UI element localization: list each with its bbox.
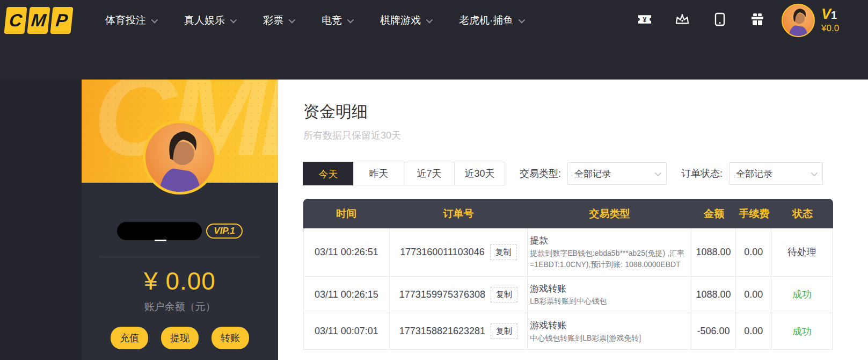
tab-last-7-days[interactable]: 近7天 — [404, 162, 455, 185]
type-title: 提款 — [530, 234, 548, 248]
header-balance: ¥0.0 — [821, 24, 839, 34]
cell-order-id: 1773158821623281 复制 — [390, 313, 528, 349]
type-title: 游戏转账 — [530, 282, 566, 296]
header-quick-icons: ¥ — [638, 12, 764, 27]
selected-value: 全部记录 — [736, 168, 772, 180]
nav-item-sports[interactable]: 体育投注 — [105, 13, 156, 27]
cell-amount: 1088.00 — [691, 228, 736, 276]
account-balance: ¥ 0.00 — [82, 267, 278, 296]
table-row: 03/11 00:26:15 1773159975376308 复制 游戏转账 … — [303, 277, 833, 313]
cell-fee: 0.00 — [736, 228, 771, 276]
nav-label: 体育投注 — [105, 13, 146, 27]
type-description: LB彩票转账到中心钱包 — [530, 296, 607, 307]
cell-order-id: 1773160011103046 复制 — [390, 228, 528, 276]
tab-yesterday[interactable]: 昨天 — [353, 162, 404, 185]
cell-order-id: 1773159975376308 复制 — [390, 277, 528, 313]
cell-type: 游戏转账 中心钱包转账到LB彩票[游戏免转] — [528, 313, 691, 349]
cell-time: 03/11 00:26:15 — [304, 277, 390, 313]
top-header: C M P 体育投注 真人娱乐 彩票 电竞 — [0, 0, 868, 80]
chevron-down-icon — [347, 16, 354, 23]
nav-item-lottery[interactable]: 彩票 — [263, 13, 294, 27]
cell-amount: 1088.00 — [691, 277, 736, 313]
table-header-row: 时间 订单号 交易类型 金额 手续费 状态 — [303, 199, 833, 228]
chevron-down-icon — [230, 16, 237, 23]
profile-avatar — [143, 120, 217, 195]
type-description: 中心钱包转账到LB彩票[游戏免转] — [530, 333, 641, 344]
logo-letter: M — [27, 7, 50, 34]
page-title: 资金明细 — [303, 101, 368, 123]
nav-item-esports[interactable]: 电竞 — [322, 13, 352, 27]
transactions-table: 时间 订单号 交易类型 金额 手续费 状态 03/11 00:26:51 177… — [303, 199, 833, 350]
vip-badge: VIP.1 — [206, 224, 242, 239]
withdraw-button[interactable]: 提现 — [161, 327, 199, 349]
site-logo[interactable]: C M P — [4, 7, 73, 34]
chevron-down-icon — [519, 16, 526, 23]
copy-button[interactable]: 复制 — [490, 244, 517, 260]
gift-icon[interactable] — [750, 12, 764, 27]
coupon-icon[interactable]: ¥ — [638, 12, 652, 27]
table-row: 03/11 00:07:01 1773158821623281 复制 游戏转账 … — [303, 313, 833, 350]
sidebar-divider — [99, 257, 260, 257]
nav-label: 彩票 — [263, 13, 283, 27]
transaction-type-label: 交易类型: — [520, 167, 561, 180]
order-id: 1773158821623281 — [399, 326, 485, 337]
type-description: 提款到数字EB钱包:ebda5b***ab25(免提) ,汇率=1EBDT:1.… — [530, 248, 688, 271]
profile-sidebar: CMP VIP.1 ¥ 0.00 账户余额（元） 充值 提现 转账 — [82, 80, 278, 360]
logo-letter: P — [50, 7, 73, 34]
cell-type: 游戏转账 LB彩票转账到中心钱包 — [528, 277, 691, 313]
table-row: 03/11 00:26:51 1773160011103046 复制 提款 提款… — [303, 228, 833, 277]
col-header-type: 交易类型 — [528, 207, 691, 221]
chevron-down-icon — [811, 169, 818, 176]
order-status-label: 订单状态: — [681, 167, 723, 180]
svg-text:¥: ¥ — [643, 16, 647, 24]
phone-icon[interactable] — [713, 12, 727, 27]
date-range-tabs: 今天 昨天 近7天 近30天 — [303, 162, 505, 185]
order-status-select[interactable]: 全部记录 — [729, 162, 823, 185]
col-header-fee: 手续费 — [736, 207, 772, 221]
order-id: 1773160011103046 — [400, 247, 485, 258]
chevron-down-icon — [289, 16, 296, 23]
transfer-button[interactable]: 转账 — [211, 327, 249, 349]
copy-button[interactable]: 复制 — [491, 323, 517, 339]
status-badge: 待处理 — [771, 228, 833, 276]
logo-letter: C — [4, 7, 27, 34]
cell-time: 03/11 00:26:51 — [304, 228, 390, 276]
transaction-type-filter: 交易类型: 全部记录 — [520, 162, 667, 185]
chevron-down-icon — [426, 16, 433, 23]
nav-item-slots-fishing[interactable]: 老虎机·捕鱼 — [459, 13, 523, 27]
account-balance-label: 账户余额（元） — [82, 300, 278, 314]
vip-level-number: 1 — [831, 9, 837, 21]
status-badge: 成功 — [771, 313, 833, 349]
filter-controls: 今天 昨天 近7天 近30天 交易类型: 全部记录 订单状态: 全部记录 — [303, 162, 823, 185]
order-status-filter: 订单状态: 全部记录 — [681, 162, 823, 185]
vip-level-indicator[interactable]: V1 ¥0.0 — [821, 6, 839, 33]
nav-item-board-games[interactable]: 棋牌游戏 — [380, 13, 431, 27]
cell-time: 03/11 00:07:01 — [304, 313, 390, 349]
col-header-time: 时间 — [303, 207, 389, 221]
tab-today[interactable]: 今天 — [303, 162, 354, 185]
username-row: VIP.1 — [82, 222, 278, 240]
cell-fee: 0.00 — [736, 313, 771, 349]
copy-button[interactable]: 复制 — [491, 287, 517, 303]
deposit-button[interactable]: 充值 — [111, 327, 148, 349]
order-id: 1773159975376308 — [399, 289, 485, 300]
col-header-status: 状态 — [772, 207, 833, 221]
nav-item-live-casino[interactable]: 真人娱乐 — [184, 13, 235, 27]
crown-icon[interactable] — [675, 12, 689, 27]
user-avatar[interactable] — [782, 4, 815, 37]
page: C M P 体育投注 真人娱乐 彩票 电竞 — [0, 0, 868, 360]
nav-label: 棋牌游戏 — [380, 13, 421, 27]
tab-last-30-days[interactable]: 近30天 — [454, 162, 505, 185]
selected-value: 全部记录 — [574, 168, 611, 180]
vip-level-letter: V — [821, 6, 831, 22]
col-header-amount: 金额 — [691, 207, 736, 221]
nav-label: 电竞 — [322, 13, 342, 27]
cell-fee: 0.00 — [736, 277, 771, 313]
transaction-type-select[interactable]: 全部记录 — [567, 162, 667, 185]
main-nav: 体育投注 真人娱乐 彩票 电竞 棋牌游戏 — [105, 13, 523, 27]
chevron-down-icon — [151, 16, 158, 23]
nav-label: 老虎机·捕鱼 — [459, 13, 513, 27]
col-header-order-id: 订单号 — [389, 207, 528, 221]
chevron-down-icon — [655, 169, 662, 176]
wallet-actions: 充值 提现 转账 — [82, 327, 278, 349]
